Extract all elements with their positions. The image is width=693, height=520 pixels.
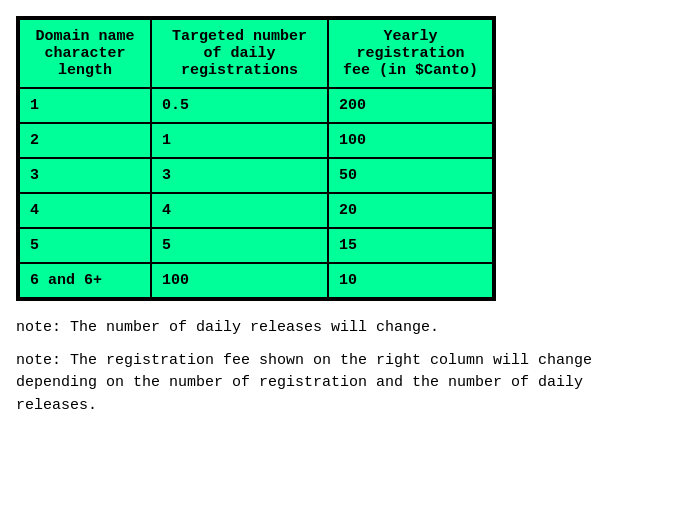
cell-yearly-fee: 15 xyxy=(328,228,493,263)
registration-table-container: Domain name character length Targeted nu… xyxy=(16,16,496,301)
cell-domain-length: 6 and 6+ xyxy=(19,263,151,298)
cell-yearly-fee: 10 xyxy=(328,263,493,298)
cell-yearly-fee: 200 xyxy=(328,88,493,123)
cell-daily-registrations: 0.5 xyxy=(151,88,328,123)
cell-daily-registrations: 3 xyxy=(151,158,328,193)
cell-daily-registrations: 5 xyxy=(151,228,328,263)
cell-domain-length: 5 xyxy=(19,228,151,263)
cell-daily-registrations: 1 xyxy=(151,123,328,158)
header-domain-length: Domain name character length xyxy=(19,19,151,88)
header-daily-registrations: Targeted number of daily registrations xyxy=(151,19,328,88)
cell-yearly-fee: 50 xyxy=(328,158,493,193)
registration-table: Domain name character length Targeted nu… xyxy=(18,18,494,299)
cell-daily-registrations: 4 xyxy=(151,193,328,228)
table-header-row: Domain name character length Targeted nu… xyxy=(19,19,493,88)
table-row: 6 and 6+10010 xyxy=(19,263,493,298)
cell-domain-length: 1 xyxy=(19,88,151,123)
note-1: note: The number of daily releases will … xyxy=(16,317,616,340)
cell-domain-length: 3 xyxy=(19,158,151,193)
cell-yearly-fee: 20 xyxy=(328,193,493,228)
cell-domain-length: 4 xyxy=(19,193,151,228)
table-row: 3350 xyxy=(19,158,493,193)
table-row: 21100 xyxy=(19,123,493,158)
cell-yearly-fee: 100 xyxy=(328,123,493,158)
note-2: note: The registration fee shown on the … xyxy=(16,350,616,418)
cell-domain-length: 2 xyxy=(19,123,151,158)
header-yearly-fee: Yearly registration fee (in $Canto) xyxy=(328,19,493,88)
table-row: 5515 xyxy=(19,228,493,263)
cell-daily-registrations: 100 xyxy=(151,263,328,298)
table-row: 10.5200 xyxy=(19,88,493,123)
table-row: 4420 xyxy=(19,193,493,228)
